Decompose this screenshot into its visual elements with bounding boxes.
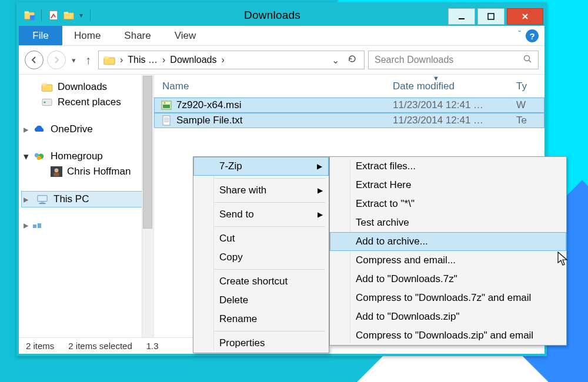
navtree-recent-places[interactable]: Recent places [19, 95, 153, 110]
svg-rect-24 [38, 196, 47, 202]
navigation-pane: Downloads Recent places ▸ OneDrive ▾ Hom… [19, 75, 154, 337]
navtree-onedrive[interactable]: ▸ OneDrive [19, 122, 153, 137]
ribbon-collapse-icon[interactable]: ˇ [518, 29, 521, 45]
address-bar[interactable]: › This … Downloads ⌄ [98, 51, 365, 69]
submenu-extract-files[interactable]: Extract files... [330, 157, 566, 176]
svg-rect-27 [33, 224, 36, 228]
ribbon: File Home Share View ˇ ? [19, 26, 544, 46]
navtree-user[interactable]: Chris Hoffman [19, 164, 153, 179]
msi-icon [160, 100, 173, 110]
menu-cut[interactable]: Cut [193, 229, 329, 248]
svg-rect-11 [104, 56, 109, 59]
help-icon[interactable]: ? [526, 29, 539, 42]
menu-properties[interactable]: Properties [193, 334, 329, 353]
tab-home[interactable]: Home [62, 26, 112, 45]
submenu-add-zip[interactable]: Add to "Downloads.zip" [330, 307, 566, 326]
column-type[interactable]: Ty [516, 81, 536, 92]
history-dropdown-icon[interactable]: ▾ [69, 56, 78, 65]
window-title: Downloads [98, 9, 447, 22]
qat-dropdown-icon[interactable]: ▾ [78, 11, 84, 19]
context-submenu-7zip: Extract files... Extract Here Extract to… [329, 156, 567, 346]
scrollbar-thumb[interactable] [143, 76, 152, 229]
address-dropdown-icon[interactable]: ⌄ [332, 55, 339, 66]
file-row[interactable]: Sample File.txt 11/23/2014 12:41 … Te [154, 113, 544, 128]
svg-point-31 [164, 102, 166, 104]
submenu-extract-to[interactable]: Extract to "*\" [330, 195, 566, 213]
status-selected: 2 items selected [68, 341, 132, 351]
svg-rect-28 [38, 223, 41, 228]
file-name: Sample File.txt [176, 115, 393, 126]
chevron-down-icon[interactable]: ▾ [24, 150, 29, 163]
svg-rect-26 [39, 203, 46, 204]
menu-rename[interactable]: Rename [193, 310, 329, 329]
column-headers[interactable]: Name ▼ Date modified Ty [154, 75, 544, 98]
file-tab[interactable]: File [19, 26, 62, 45]
chevron-right-icon[interactable]: ▸ [24, 219, 29, 232]
navtree-this-pc[interactable]: ▸ This PC [21, 191, 151, 207]
search-placeholder: Search Downloads [375, 55, 453, 65]
navigation-row: ▾ ↑ › This … Downloads ⌄ Search Download… [19, 46, 544, 74]
txt-icon [160, 115, 173, 126]
submenu-arrow-icon: ▶ [318, 210, 323, 219]
forward-button[interactable] [47, 51, 66, 69]
minimize-button[interactable] [448, 8, 475, 25]
svg-rect-15 [42, 83, 46, 86]
column-date[interactable]: ▼ Date modified [393, 81, 516, 92]
breadcrumb[interactable]: This … [128, 55, 165, 65]
navtree-more[interactable]: ▸ [19, 219, 153, 231]
submenu-compress-7z-email[interactable]: Compress to "Downloads.7z" and email [330, 289, 566, 307]
title-bar[interactable]: ▾ Downloads [19, 5, 544, 26]
menu-delete[interactable]: Delete [193, 291, 329, 310]
svg-rect-10 [104, 58, 115, 65]
submenu-compress-zip-email[interactable]: Compress to "Downloads.zip" and email [330, 326, 566, 345]
submenu-arrow-icon: ▶ [318, 186, 323, 195]
file-row[interactable]: 7z920-x64.msi 11/23/2014 12:41 … W [154, 98, 544, 113]
refresh-button[interactable] [345, 54, 359, 66]
navtree-downloads[interactable]: Downloads [19, 79, 153, 95]
submenu-add-to-archive[interactable]: Add to archive... [330, 232, 566, 251]
svg-rect-14 [42, 85, 52, 91]
menu-create-shortcut[interactable]: Create shortcut [193, 272, 329, 291]
menu-share-with[interactable]: Share with▶ [193, 181, 329, 200]
file-type: W [516, 99, 536, 111]
folder-icon [103, 55, 115, 65]
breadcrumb[interactable]: Downloads [170, 55, 224, 65]
status-size: 1.3 [146, 341, 159, 351]
column-name[interactable]: Name [162, 81, 393, 92]
svg-rect-25 [41, 202, 44, 203]
svg-point-20 [37, 156, 41, 160]
chevron-right-icon[interactable]: ▸ [24, 123, 29, 136]
submenu-compress-email[interactable]: Compress and email... [330, 251, 566, 270]
status-count: 2 items [26, 341, 54, 351]
file-name: 7z920-x64.msi [176, 99, 393, 111]
file-date: 11/23/2014 12:41 … [393, 99, 516, 111]
maximize-button[interactable] [477, 8, 505, 25]
tab-share[interactable]: Share [112, 26, 162, 45]
svg-rect-5 [64, 12, 69, 14]
submenu-add-7z[interactable]: Add to "Downloads.7z" [330, 270, 566, 289]
svg-rect-30 [163, 105, 170, 108]
cursor-icon [557, 252, 569, 269]
new-folder-icon[interactable] [63, 9, 75, 21]
navpane-scrollbar[interactable] [142, 75, 153, 337]
submenu-test-archive[interactable]: Test archive [330, 213, 566, 232]
search-box[interactable]: Search Downloads [368, 51, 539, 69]
close-button[interactable] [507, 8, 543, 25]
file-type: Te [516, 115, 536, 126]
navtree-homegroup[interactable]: ▾ Homegroup [19, 149, 153, 164]
up-button[interactable]: ↑ [82, 53, 95, 67]
context-menu: 7-Zip▶ Share with▶ Send to▶ Cut Copy Cre… [193, 156, 329, 353]
explorer-icon [24, 9, 35, 21]
svg-rect-1 [25, 11, 29, 13]
menu-send-to[interactable]: Send to▶ [193, 205, 329, 224]
menu-7zip[interactable]: 7-Zip▶ [193, 157, 329, 176]
back-button[interactable] [25, 51, 44, 69]
properties-icon[interactable] [48, 9, 59, 21]
sort-indicator-icon: ▼ [433, 75, 439, 82]
tab-view[interactable]: View [163, 26, 208, 45]
menu-copy[interactable]: Copy [193, 248, 329, 267]
chevron-right-icon[interactable]: ▸ [24, 193, 29, 206]
submenu-extract-here[interactable]: Extract Here [330, 176, 566, 195]
svg-point-17 [44, 101, 45, 103]
svg-rect-2 [30, 15, 35, 20]
